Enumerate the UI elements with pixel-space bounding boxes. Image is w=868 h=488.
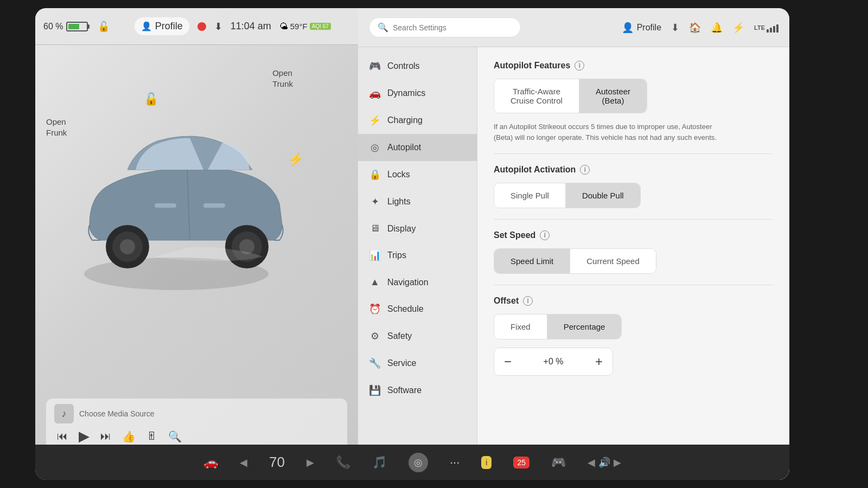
person-icon-left: 👤 — [141, 21, 152, 31]
sidebar-item-autopilot[interactable]: ◎ Autopilot — [358, 134, 477, 161]
right-panel: 🔍 👤 Profile ⬇ 🏠 🔔 ⚡ LTE — [358, 8, 789, 480]
current-speed-button[interactable]: Current Speed — [570, 249, 656, 273]
charging-label: Charging — [387, 115, 423, 125]
offset-info-icon[interactable]: i — [523, 296, 533, 306]
topbar-right: 👤 Profile ⬇ 🏠 🔔 ⚡ LTE — [622, 22, 778, 34]
battery-icon — [66, 22, 88, 31]
left-arrow-taskbar[interactable]: ◀ — [240, 457, 247, 468]
music-note-icon: ♪ — [54, 404, 74, 423]
skip-back-button[interactable]: ⏮ — [57, 430, 68, 442]
profile-label-right: Profile — [637, 23, 661, 33]
aqi-badge: AQI 67 — [310, 23, 331, 30]
activation-info-icon[interactable]: i — [580, 165, 590, 175]
set-speed-title: Set Speed i — [494, 230, 773, 240]
settings-topbar: 🔍 👤 Profile ⬇ 🏠 🔔 ⚡ LTE — [358, 8, 789, 47]
media-source-row: ♪ Choose Media Source — [54, 404, 339, 423]
svg-rect-9 — [203, 203, 225, 208]
gamepad-icon-taskbar[interactable]: 🎮 — [551, 455, 566, 470]
sidebar-item-charging[interactable]: ⚡ Charging — [358, 107, 477, 134]
stepper-value: +0 % — [521, 357, 585, 367]
sidebar: 🎮 Controls 🚗 Dynamics ⚡ Charging ◎ Autop… — [358, 47, 477, 480]
volume-icon: 🔊 — [598, 457, 610, 468]
set-speed-info-icon[interactable]: i — [540, 230, 550, 240]
sidebar-item-navigation[interactable]: ▲ Navigation — [358, 269, 477, 296]
activation-title: Autopilot Activation i — [494, 165, 773, 175]
person-icon-right: 👤 — [622, 22, 634, 34]
lte-label: LTE — [754, 24, 765, 31]
calendar-icon-taskbar[interactable]: 25 — [513, 457, 529, 468]
stepper-minus-button[interactable]: − — [494, 348, 521, 375]
weather-icon: 🌤 — [279, 22, 288, 31]
car-icon-taskbar[interactable]: 🚗 — [203, 455, 218, 470]
schedule-icon: ⏰ — [369, 303, 381, 315]
profile-button-left[interactable]: 👤 Profile — [135, 17, 189, 35]
sidebar-item-lights[interactable]: ✦ Lights — [358, 188, 477, 215]
percentage-button[interactable]: Percentage — [547, 314, 622, 339]
speed-display-taskbar: 70 — [269, 454, 285, 471]
signal-bars — [767, 23, 778, 33]
trips-label: Trips — [387, 251, 406, 260]
download-icon-right[interactable]: ⬇ — [671, 22, 679, 34]
autopilot-feature-toggle: Traffic-AwareCruise Control Autosteer(Be… — [494, 79, 647, 113]
search-media-button[interactable]: 🔍 — [168, 430, 182, 443]
search-input[interactable] — [393, 23, 501, 32]
sidebar-item-dynamics[interactable]: 🚗 Dynamics — [358, 80, 477, 107]
divider-1 — [494, 153, 773, 154]
skip-forward-button[interactable]: ⏭ — [100, 430, 111, 442]
bell-icon[interactable]: 🔔 — [711, 22, 723, 34]
single-pull-button[interactable]: Single Pull — [494, 183, 566, 208]
lights-label: Lights — [387, 197, 411, 207]
left-panel: 60 % 🔓 👤 Profile ⬇ 11:04 am 🌤 59°F AQI — [35, 8, 358, 480]
top-bar-center: 👤 Profile ⬇ 11:04 am 🌤 59°F AQI 67 — [115, 17, 350, 35]
left-status-bar: 60 % 🔓 👤 Profile ⬇ 11:04 am 🌤 59°F AQI — [35, 8, 358, 45]
autosteer-button[interactable]: Autosteer(Beta) — [579, 79, 647, 113]
sidebar-item-trips[interactable]: 📊 Trips — [358, 242, 477, 269]
profile-right[interactable]: 👤 Profile — [622, 22, 661, 34]
stepper-plus-button[interactable]: + — [585, 348, 612, 375]
fixed-button[interactable]: Fixed — [494, 314, 547, 339]
locks-icon: 🔒 — [369, 169, 381, 181]
sidebar-item-safety[interactable]: ⚙ Safety — [358, 323, 477, 350]
offset-stepper: − +0 % + — [494, 348, 613, 376]
speed-limit-button[interactable]: Speed Limit — [494, 249, 570, 273]
equalizer-button[interactable]: 🎚 — [146, 430, 157, 442]
sidebar-item-software[interactable]: 💾 Software — [358, 377, 477, 404]
music-icon-taskbar[interactable]: 🎵 — [372, 455, 387, 470]
sidebar-item-locks[interactable]: 🔒 Locks — [358, 161, 477, 188]
sidebar-item-schedule[interactable]: ⏰ Schedule — [358, 296, 477, 323]
autopilot-description: If an Autopilot Strikeout occurs 5 times… — [494, 121, 722, 143]
sidebar-item-service[interactable]: 🔧 Service — [358, 350, 477, 377]
safety-icon: ⚙ — [369, 330, 381, 342]
dots-icon-taskbar[interactable]: ··· — [450, 455, 459, 470]
signal-section: LTE — [754, 23, 778, 33]
vol-right-arrow[interactable]: ▶ — [614, 457, 621, 468]
search-bar[interactable]: 🔍 — [369, 17, 521, 37]
battery-fill — [68, 24, 79, 29]
display-icon: 🖥 — [369, 223, 381, 234]
car-area — [68, 79, 358, 371]
lock-icon: 🔓 — [98, 21, 110, 33]
info-icon-taskbar[interactable]: i — [481, 456, 492, 469]
camera-icon-taskbar[interactable]: ◎ — [409, 453, 428, 472]
svg-rect-8 — [155, 203, 176, 208]
tacc-button[interactable]: Traffic-AwareCruise Control — [494, 79, 579, 113]
phone-icon-taskbar[interactable]: 📞 — [336, 455, 350, 470]
media-source-text: Choose Media Source — [79, 409, 155, 418]
sidebar-item-display[interactable]: 🖥 Display — [358, 215, 477, 242]
dynamics-label: Dynamics — [387, 88, 425, 98]
thumbs-up-button[interactable]: 👍 — [122, 430, 136, 443]
home-icon[interactable]: 🏠 — [689, 22, 701, 34]
play-button[interactable]: ▶ — [79, 428, 90, 445]
settings-content: 🎮 Controls 🚗 Dynamics ⚡ Charging ◎ Autop… — [358, 47, 789, 480]
double-pull-button[interactable]: Double Pull — [566, 183, 640, 208]
autopilot-icon: ◎ — [369, 142, 381, 153]
bar-1 — [767, 29, 769, 33]
profile-label-left: Profile — [155, 21, 183, 32]
bluetooth-icon[interactable]: ⚡ — [732, 22, 744, 34]
right-arrow-taskbar[interactable]: ▶ — [307, 457, 314, 468]
navigation-label: Navigation — [387, 278, 429, 287]
car-svg — [57, 89, 317, 296]
sidebar-item-controls[interactable]: 🎮 Controls — [358, 53, 477, 80]
vol-left-arrow[interactable]: ◀ — [588, 457, 595, 468]
autopilot-features-info-icon[interactable]: i — [575, 61, 584, 70]
